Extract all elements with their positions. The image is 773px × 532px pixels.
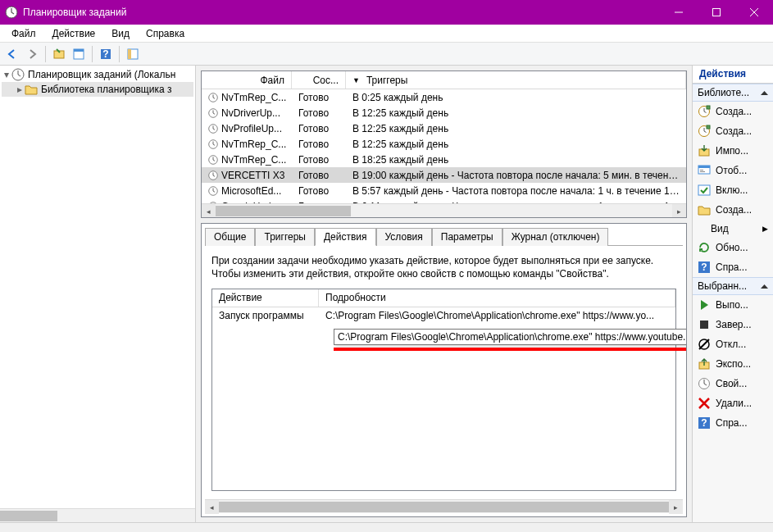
actions-item[interactable]: ?Спра... (693, 257, 773, 277)
clock-icon (208, 108, 218, 118)
annotation-redline (334, 348, 686, 351)
scroll-right-icon[interactable]: ▸ (672, 204, 686, 218)
actions-section-library[interactable]: Библиоте... (693, 84, 773, 102)
actions-item[interactable]: Созда... (693, 121, 773, 141)
submenu-arrow-icon: ▶ (762, 225, 768, 233)
forward-button[interactable] (23, 45, 41, 63)
task-row[interactable]: VERCETTI X3ГотовоВ 19:00 каждый день - Ч… (202, 167, 686, 183)
actions-item[interactable]: Созда... (693, 200, 773, 220)
actions-item[interactable]: Откл... (693, 334, 773, 354)
toolbar-properties-button[interactable] (70, 45, 88, 63)
action-icon (698, 203, 711, 216)
menu-help[interactable]: Справка (138, 26, 193, 41)
actions-pane-title: Действия (693, 66, 773, 84)
action-icon: ? (698, 416, 711, 430)
actions-row[interactable]: Запуск программы C:\Program Files\Google… (212, 307, 675, 324)
task-row[interactable]: NvTmRep_C...ГотовоВ 18:25 каждый день (202, 152, 686, 167)
collapse-icon[interactable]: ▾ (2, 69, 11, 80)
toolbar-preview-button[interactable] (124, 45, 142, 63)
menu-view[interactable]: Вид (103, 26, 138, 41)
actions-item-label: Созда... (716, 125, 752, 137)
back-button[interactable] (3, 45, 21, 63)
tooltip: C:\Program Files\Google\Chrome\Applicati… (334, 329, 686, 345)
actions-item[interactable]: Обно... (693, 238, 773, 257)
col-name[interactable]: Файл (202, 71, 292, 89)
expand-icon[interactable]: ▸ (15, 84, 25, 95)
clock-icon (208, 171, 218, 180)
actions-item[interactable]: Выпо... (693, 295, 773, 315)
task-row[interactable]: NvDriverUp...ГотовоВ 12:25 каждый день (202, 105, 686, 120)
task-state: Готово (292, 92, 346, 103)
actions-item-label: Удали... (716, 398, 752, 409)
scroll-left-icon[interactable]: ◂ (202, 204, 216, 218)
task-trigger: В 5:57 каждый день - Частота повтора пос… (346, 185, 686, 197)
actions-pane: Действия Библиоте... Созда...Созда...Имп… (692, 66, 773, 522)
clock-icon (208, 155, 218, 165)
col-triggers[interactable]: ▼Триггеры (346, 71, 686, 89)
tab-conditions[interactable]: Условия (376, 228, 432, 246)
tree-library-label: Библиотека планировщика з (41, 84, 171, 95)
tree-library[interactable]: ▸ Библиотека планировщика з (2, 82, 193, 97)
tasklist-scrollbar[interactable]: ◂ ▸ (202, 203, 686, 217)
task-details: Общие Триггеры Действия Условия Параметр… (201, 223, 687, 517)
actions-item-label: Завер... (716, 319, 752, 330)
task-name: NvTmRep_C... (221, 92, 286, 103)
tree-root-label: Планировщик заданий (Локальн (28, 69, 175, 80)
task-row[interactable]: NvTmRep_C...ГотовоВ 0:25 каждый день (202, 89, 686, 105)
actions-item-label: Откл... (716, 339, 746, 350)
svg-rect-19 (707, 106, 710, 109)
status-bar (0, 522, 773, 532)
actions-col-action[interactable]: Действие (212, 289, 319, 307)
clock-icon (208, 186, 218, 196)
tab-history[interactable]: Журнал (отключен) (502, 228, 609, 246)
tab-triggers[interactable]: Триггеры (255, 228, 315, 246)
col-state[interactable]: Сос... (292, 71, 346, 89)
maximize-button[interactable] (698, 0, 735, 25)
menu-action[interactable]: Действие (44, 26, 104, 41)
tree-root[interactable]: ▾ Планировщик заданий (Локальн (2, 67, 193, 82)
scroll-left-icon[interactable]: ◂ (205, 500, 219, 514)
actions-item[interactable]: ?Спра... (693, 413, 773, 433)
window-title: Планировщик заданий (23, 7, 660, 18)
tab-actions[interactable]: Действия (315, 228, 376, 246)
actions-item[interactable]: Свой... (693, 374, 773, 393)
actions-item-view[interactable]: Вид ▶ (693, 220, 773, 238)
actions-item-label: Спра... (716, 417, 748, 429)
scroll-right-icon[interactable]: ▸ (669, 500, 683, 514)
task-row[interactable]: NvTmRep_C...ГотовоВ 12:25 каждый день (202, 136, 686, 152)
svg-rect-4 (74, 49, 84, 52)
actions-item[interactable]: Завер... (693, 315, 773, 334)
task-name: NvTmRep_C... (221, 139, 286, 150)
action-icon (698, 397, 711, 410)
close-button[interactable] (735, 0, 773, 25)
toolbar-folder-button[interactable] (50, 45, 68, 63)
actions-item[interactable]: Удали... (693, 393, 773, 413)
actions-section-selected[interactable]: Выбранн... (693, 277, 773, 295)
actions-item-label: Отоб... (716, 165, 747, 176)
svg-text:?: ? (102, 48, 108, 60)
task-row[interactable]: NvProfileUp...ГотовоВ 12:25 каждый день (202, 120, 686, 136)
actions-item[interactable]: Созда... (693, 102, 773, 121)
tabs: Общие Триггеры Действия Условия Параметр… (202, 224, 686, 245)
svg-text:?: ? (701, 417, 707, 429)
tab-general[interactable]: Общие (205, 228, 255, 246)
actions-item[interactable]: Импо... (693, 141, 773, 161)
svg-rect-25 (700, 170, 703, 171)
actions-item[interactable]: Вклю... (693, 180, 773, 200)
actions-item-label: Свой... (716, 378, 747, 389)
task-state: Готово (292, 107, 346, 119)
svg-rect-1 (713, 9, 721, 16)
actions-col-details[interactable]: Подробности (319, 289, 675, 307)
minimize-button[interactable] (660, 0, 698, 25)
actions-item-label: Импо... (716, 145, 748, 157)
tree-scrollbar[interactable] (0, 508, 195, 522)
menu-file[interactable]: Файл (3, 26, 44, 41)
actions-item[interactable]: Экспо... (693, 354, 773, 374)
toolbar-help-button[interactable]: ? (97, 45, 115, 63)
folder-icon (25, 83, 38, 96)
details-scrollbar[interactable]: ◂ ▸ (205, 499, 683, 513)
navigation-tree: ▾ Планировщик заданий (Локальн ▸ Библиот… (0, 66, 196, 522)
actions-item[interactable]: Отоб... (693, 161, 773, 180)
task-row[interactable]: MicrosoftEd...ГотовоВ 5:57 каждый день -… (202, 183, 686, 198)
tab-settings[interactable]: Параметры (432, 228, 502, 246)
